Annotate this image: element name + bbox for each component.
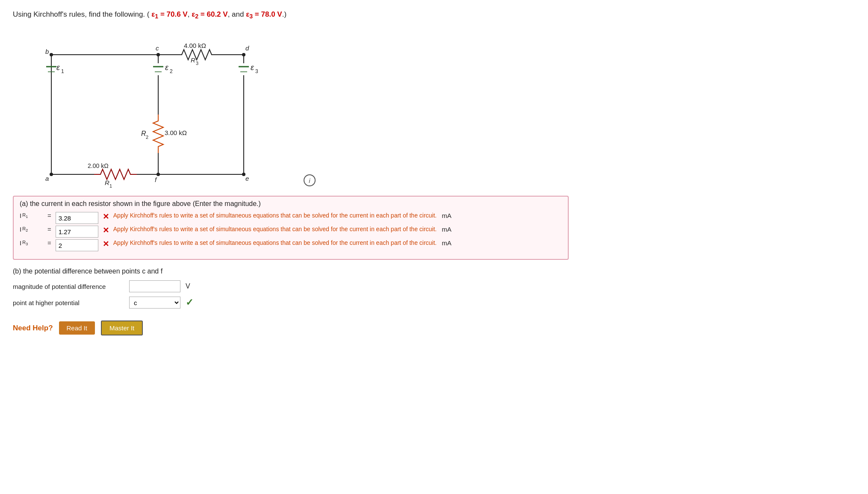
svg-text:1: 1 <box>61 68 64 74</box>
ir2-row: IR2 = ✕ Apply Kirchhoff's rules to write… <box>20 226 562 238</box>
svg-point-36 <box>156 53 160 56</box>
magnitude-label: magnitude of potential difference <box>13 283 124 290</box>
svg-text:4.00 kΩ: 4.00 kΩ <box>184 42 206 49</box>
e2-value: ε2 = 60.2 V <box>192 10 227 18</box>
svg-text:d: d <box>245 44 249 52</box>
svg-point-33 <box>156 173 160 176</box>
svg-text:e: e <box>245 175 249 182</box>
svg-text:ε: ε <box>56 63 60 72</box>
ir3-row: IR3 = ✕ Apply Kirchhoff's rules to write… <box>20 239 562 251</box>
magnitude-input[interactable] <box>129 280 180 292</box>
ir3-hint: Apply Kirchhoff's rules to write a set o… <box>113 239 437 246</box>
e3-value: ε3 = 78.0 V <box>246 10 282 18</box>
svg-point-32 <box>50 173 53 176</box>
ir1-row: IR1 = ✕ Apply Kirchhoff's rules to write… <box>20 212 562 224</box>
circuit-svg: ε 1 ε 2 R 2 3.00 kΩ 4.00 kΩ R 3 ε <box>38 29 278 191</box>
ir2-equals: = <box>47 226 51 233</box>
ir1-unit: mA <box>442 212 452 219</box>
svg-text:2: 2 <box>170 68 173 74</box>
ir3-unit: mA <box>442 239 452 247</box>
ir2-unit: mA <box>442 226 452 233</box>
ir2-label: IR2 <box>20 226 43 233</box>
correct-icon: ✓ <box>186 297 193 308</box>
ir3-input[interactable] <box>56 239 98 251</box>
part-b-title: (b) the potential difference between poi… <box>13 268 312 275</box>
svg-text:1: 1 <box>109 183 112 188</box>
ir1-input[interactable] <box>56 212 98 224</box>
svg-text:a: a <box>45 175 49 182</box>
read-it-button[interactable]: Read It <box>59 321 95 335</box>
svg-text:3: 3 <box>255 68 258 74</box>
ir1-wrong-icon: ✕ <box>103 212 109 221</box>
svg-text:f: f <box>155 176 157 183</box>
svg-text:b: b <box>45 48 49 55</box>
part-b-section: (b) the potential difference between poi… <box>13 268 312 309</box>
ir2-input[interactable] <box>56 226 98 238</box>
point-label: point at higher potential <box>13 299 124 306</box>
e1-value: ε1 = 70.6 V <box>151 10 187 18</box>
svg-text:3: 3 <box>196 61 198 66</box>
part-a-section: (a) the current in each resistor shown i… <box>13 196 569 260</box>
ir3-equals: = <box>47 239 51 247</box>
ir1-hint: Apply Kirchhoff's rules to write a set o… <box>113 212 437 219</box>
need-help-label: Need Help? <box>13 324 53 332</box>
svg-text:2.00 kΩ: 2.00 kΩ <box>88 162 109 169</box>
svg-text:2: 2 <box>146 135 148 140</box>
svg-text:ε: ε <box>165 63 169 72</box>
part-a-title: (a) the current in each resistor shown i… <box>20 200 562 208</box>
svg-point-34 <box>242 173 245 176</box>
master-it-button[interactable]: Master It <box>101 321 143 335</box>
svg-point-37 <box>242 53 245 56</box>
svg-text:c: c <box>156 44 159 52</box>
circuit-diagram: ε 1 ε 2 R 2 3.00 kΩ 4.00 kΩ R 3 ε <box>38 29 278 191</box>
magnitude-unit: V <box>186 282 190 290</box>
svg-point-35 <box>50 53 53 56</box>
svg-text:ε: ε <box>251 63 254 72</box>
magnitude-row: magnitude of potential difference V <box>13 280 312 292</box>
need-help-section: Need Help? Read It Master It <box>13 321 855 335</box>
info-icon[interactable]: i <box>304 174 316 186</box>
point-row: point at higher potential c f ✓ <box>13 297 312 309</box>
ir2-wrong-icon: ✕ <box>103 226 109 235</box>
ir1-equals: = <box>47 212 51 219</box>
svg-text:R: R <box>105 179 109 186</box>
problem-statement: Using Kirchhoff's rules, find the follow… <box>13 9 855 21</box>
ir3-wrong-icon: ✕ <box>103 239 109 249</box>
point-select[interactable]: c f <box>129 297 180 309</box>
svg-text:R: R <box>191 56 195 64</box>
ir1-label: IR1 <box>20 212 43 219</box>
ir2-hint: Apply Kirchhoff's rules to write a set o… <box>113 226 437 232</box>
ir3-label: IR3 <box>20 239 43 247</box>
svg-text:3.00 kΩ: 3.00 kΩ <box>165 129 187 136</box>
